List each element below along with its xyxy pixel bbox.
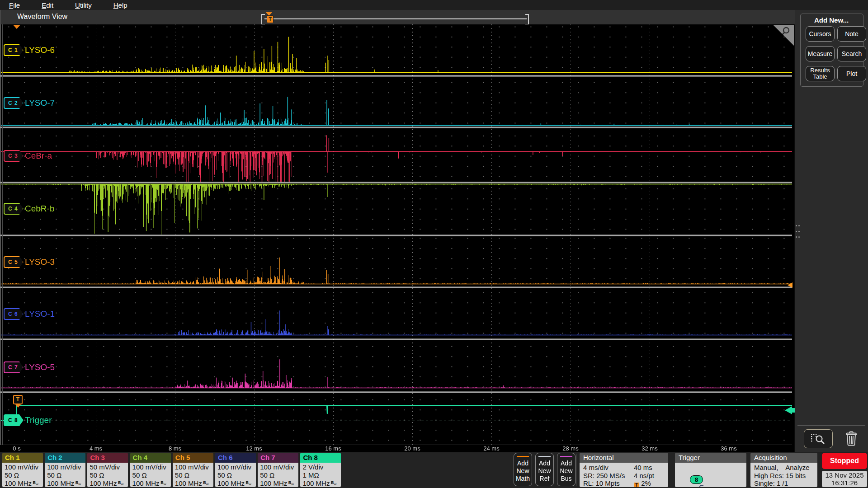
horizontal-value: 4 ns/pt (634, 472, 654, 480)
cursors-button[interactable]: Cursors (806, 26, 835, 42)
channel-label-4[interactable]: CebR-b (25, 204, 54, 214)
results-table-button[interactable]: ResultsTable (806, 66, 835, 81)
note-button[interactable]: Note (837, 26, 866, 42)
time-label: 8 ms (169, 445, 181, 452)
bottom-channel-badge-1[interactable]: Ch 1100 mV/div50 Ω100 MHz Bw (2, 453, 43, 487)
plot-left-edge-inner (2, 24, 3, 445)
bottom-badge-settings: 100 mV/div50 Ω100 MHz Bw (173, 463, 213, 487)
bandwidth-icon: Bw (74, 480, 81, 485)
trigger-title: Trigger (675, 453, 746, 463)
channel-badge-8[interactable]: C 8 (4, 414, 24, 426)
trash-icon (844, 431, 858, 446)
bottom-channel-badge-2[interactable]: Ch 2100 mV/div50 Ω100 MHz Bw (45, 453, 85, 487)
channel-label-5[interactable]: LYSO-3 (25, 257, 55, 267)
time-label: 24 ms (483, 445, 499, 452)
time-label: 28 ms (562, 445, 578, 452)
horizontal-value: 4 ms/div (583, 464, 634, 472)
channel-badge-6[interactable]: C 6 (4, 308, 24, 320)
trigger-source-flag-icon[interactable]: T (13, 395, 23, 404)
channel-label-7[interactable]: LYSO-5 (25, 362, 55, 372)
bottom-badge-title: Ch 5 (173, 453, 213, 463)
acquisition-body: Manual, AnalyzeHigh Res: 15 bitsSingle: … (750, 463, 817, 487)
bottom-channel-badge-6[interactable]: Ch 6100 mV/div50 Ω100 MHz Bw (215, 453, 256, 487)
horizontal-title: Horizontal (580, 453, 668, 463)
button-accent-line (538, 456, 551, 457)
acquisition-panel[interactable]: Acquisition Manual, AnalyzeHigh Res: 15 … (750, 453, 817, 487)
bottom-badge-settings: 100 mV/div50 Ω100 MHz Bw (2, 463, 43, 487)
acquisition-title: Acquisition (750, 453, 817, 463)
bottom-channel-badge-8[interactable]: Ch 82 V/div1 MΩ100 MHz Bw (300, 453, 341, 487)
bandwidth-icon: Bw (160, 480, 166, 485)
trigger-position-line (17, 24, 17, 445)
channel-label-2[interactable]: LYSO-7 (25, 98, 55, 108)
bottom-channel-badge-3[interactable]: Ch 350 mV/div50 Ω100 MHz Bw (87, 453, 128, 487)
channel5-offset-arrow-icon[interactable] (788, 282, 793, 288)
channel-badge-2[interactable]: C 2 (4, 97, 24, 109)
bottom-badge-title: Ch 3 (87, 453, 128, 463)
trash-button[interactable] (843, 430, 860, 447)
add-new-title: Add New... (800, 16, 863, 24)
bottom-badge-settings: 100 mV/div50 Ω100 MHz Bw (215, 463, 256, 487)
channel-label-6[interactable]: LYSO-1 (25, 309, 55, 319)
channel-label-1[interactable]: LYSO-6 (25, 45, 55, 55)
bottom-badge-title: Ch 8 (300, 453, 341, 463)
acquisition-value: Manual, Analyze (754, 464, 817, 472)
rising-edge-icon (694, 484, 704, 488)
trigger-panel[interactable]: Trigger 8 4 V (675, 453, 746, 487)
time-label: 32 ms (642, 445, 657, 452)
date-label: 13 Nov 2025 (822, 471, 867, 479)
bottom-badge-title: Ch 1 (2, 453, 43, 463)
bottom-badge-settings: 100 mV/div50 Ω100 MHz Bw (258, 463, 298, 487)
bottom-channel-badge-5[interactable]: Ch 5100 mV/div50 Ω100 MHz Bw (173, 453, 213, 487)
bottom-badge-title: Ch 2 (45, 453, 85, 463)
bottom-channel-badge-7[interactable]: Ch 7100 mV/div50 Ω100 MHz Bw (258, 453, 298, 487)
trigger-position-marker-icon[interactable] (13, 25, 20, 29)
measure-button[interactable]: Measure (806, 46, 835, 61)
channel-label-3[interactable]: CeBr-a (25, 151, 52, 161)
channel-badge-7[interactable]: C 7 (4, 361, 24, 373)
panel-splitter-handle[interactable] (796, 225, 800, 238)
channel-badge-3[interactable]: C 3 (4, 150, 24, 162)
bottom-badge-settings: 50 mV/div50 Ω100 MHz Bw (87, 463, 128, 487)
zoom-select-icon (809, 432, 827, 445)
search-button[interactable]: Search (837, 46, 866, 61)
add-new-math-button[interactable]: AddNewMath (514, 453, 532, 486)
sidebar-divider (797, 425, 865, 426)
run-state-button[interactable]: Stopped (822, 453, 867, 469)
horizontal-panel[interactable]: Horizontal 4 ms/div40 msSR: 250 MS/s4 ns… (580, 453, 668, 487)
bandwidth-icon: Bw (117, 480, 123, 485)
oscilloscope-app: FileEditUtilityHelp Waveform View T T C … (0, 0, 868, 488)
bottom-badge-settings: 100 mV/div50 Ω100 MHz Bw (130, 463, 171, 487)
zoom-mode-button[interactable] (804, 429, 833, 448)
channel-badge-4[interactable]: C 4 (4, 203, 24, 215)
bottom-badge-title: Ch 7 (258, 453, 298, 463)
plot-button[interactable]: Plot (837, 66, 866, 81)
bottom-separator (576, 454, 576, 486)
bottom-badge-settings: 100 mV/div50 Ω100 MHz Bw (45, 463, 85, 487)
trigger-mini-flag-icon: T (634, 483, 639, 487)
bottom-badge-title: Ch 6 (215, 453, 256, 463)
horizontal-value: SR: 250 MS/s (583, 472, 634, 480)
waveform-canvas[interactable] (0, 0, 795, 452)
trigger-body: 8 4 V (675, 463, 746, 487)
bottom-badge-settings: 2 V/div1 MΩ100 MHz Bw (300, 463, 341, 487)
bandwidth-icon: Bw (245, 480, 251, 485)
trigger-source-flag-tip (15, 404, 21, 408)
channel-badge-1[interactable]: C 1 (4, 44, 24, 56)
time-label: 20 ms (404, 445, 420, 452)
trigger-source-badge: 8 (690, 475, 703, 484)
time-label: 16:31:26 (822, 479, 867, 487)
horizontal-value: T 2% (634, 479, 651, 487)
bandwidth-icon: Bw (32, 480, 38, 485)
time-label: 12 ms (246, 445, 262, 452)
plot-right-border (794, 24, 794, 452)
acquisition-value: Single: 1 /1 (754, 479, 817, 487)
acquisition-value: High Res: 15 bits (754, 472, 817, 480)
horizontal-body: 4 ms/div40 msSR: 250 MS/s4 ns/ptRL: 10 M… (580, 463, 668, 487)
add-new-bus-button[interactable]: AddNewBus (557, 453, 576, 486)
bottom-channel-badge-4[interactable]: Ch 4100 mV/div50 Ω100 MHz Bw (130, 453, 171, 487)
channel-badge-5[interactable]: C 5 (4, 256, 24, 268)
add-new-ref-button[interactable]: AddNewRef (535, 453, 554, 486)
bandwidth-icon: Bw (330, 480, 336, 485)
channel-label-8[interactable]: Trigger (25, 415, 52, 425)
